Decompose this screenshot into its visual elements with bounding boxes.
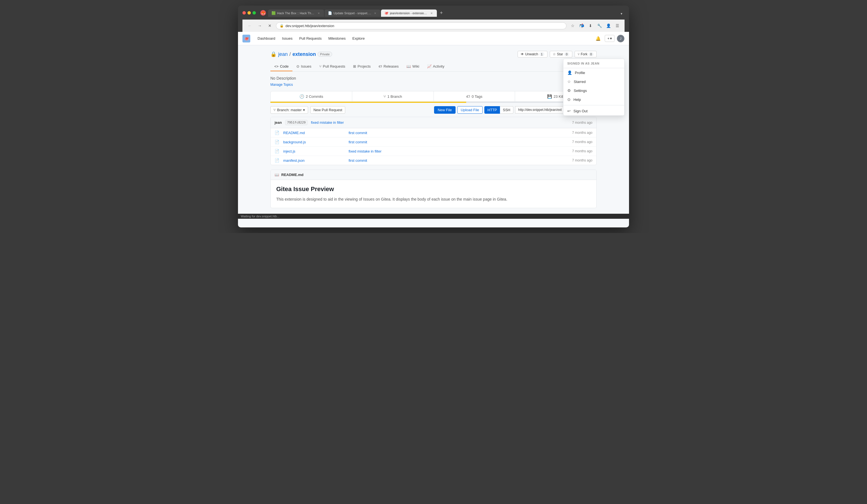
issues-icon: ⊙ [296,64,299,68]
create-button[interactable]: + ▾ [605,35,614,42]
repo-description: No Description [270,76,597,81]
nav-explore[interactable]: Explore [350,35,367,42]
starred-icon: ☆ [567,79,571,84]
file-time-background: 7 months ago [572,140,592,144]
profile-label: Profile [575,71,585,75]
tab-issues[interactable]: ⊙ Issues [292,62,315,71]
gitea-logo[interactable]: 🐙 [243,35,250,42]
tab-pull-requests[interactable]: ⑂ Pull Requests [315,62,349,71]
bookmark-button[interactable]: ☆ [569,22,577,30]
commits-icon: 🕐 [299,94,304,99]
tab-activity[interactable]: 📈 Activity [423,62,448,71]
tags-stat[interactable]: 🏷 0 Tags [434,92,515,101]
nav-dashboard[interactable]: Dashboard [255,35,278,42]
file-link-readme[interactable]: README.md [283,131,345,135]
unwatch-count: 1 [539,52,544,56]
more-button[interactable]: ☰ [613,22,621,30]
gitea-nav: Dashboard Issues Pull Requests Milestone… [255,35,589,42]
notification-button[interactable]: 🔔 [593,34,602,43]
eye-icon: 👁 [521,52,524,56]
upload-file-button[interactable]: Upload File [457,106,483,114]
forward-button[interactable]: → [256,22,264,30]
file-commit-inject[interactable]: fixed mistake in filter [349,149,568,153]
file-time-inject: 7 months ago [572,149,592,153]
maximize-window-button[interactable] [253,11,256,14]
star-button[interactable]: ☆ Star 0 [550,51,572,57]
tab-releases-label: Releases [384,64,399,68]
commit-message[interactable]: fixed mistake in filter [311,120,569,125]
browser-toolbar: ← → ✕ 🔒 dev.snippet.htb/jean/extension ☆… [243,20,624,32]
clone-type-selector: HTTP SSH [484,106,513,114]
dropdown-sign-out[interactable]: ↩ Sign Out [564,106,624,115]
releases-icon: 🏷 [378,64,382,68]
back-button[interactable]: ← [246,22,254,30]
repo-owner-link[interactable]: jean [278,51,288,57]
minimize-window-button[interactable] [247,11,251,14]
fork-icon: ⑂ [578,52,580,56]
tab-wiki[interactable]: 📖 Wiki [403,62,423,71]
ssh-clone-button[interactable]: SSH [500,106,513,114]
branches-stat[interactable]: ⑂ 1 Branch [352,92,434,101]
new-file-button[interactable]: New File [434,106,456,114]
code-icon: <> [274,64,278,68]
page-content: 🔒 jean / extension Private 👁 Unwatch 1 [266,45,601,214]
dropdown-help[interactable]: ⊙ Help [564,95,624,104]
tab-projects-label: Projects [357,64,371,68]
file-link-manifest[interactable]: manifest.json [283,158,345,163]
star-count: 0 [564,52,569,56]
file-link-inject[interactable]: inject.js [283,149,345,153]
snippet-tab-close[interactable]: ✕ [373,11,377,15]
file-link-background[interactable]: background.js [283,140,345,144]
pocket-button[interactable]: 📬 [578,22,586,30]
http-clone-button[interactable]: HTTP [484,106,500,114]
download-button[interactable]: ⬇ [587,22,595,30]
file-commit-readme[interactable]: first commit [349,131,568,135]
branches-icon: ⑂ [384,94,386,99]
file-commit-manifest[interactable]: first commit [349,158,568,163]
dropdown-starred[interactable]: ☆ Starred [564,77,624,86]
tab-hackthebox[interactable]: 🟩 Hack The Box :: Hack The Box ✕ [268,10,324,17]
reload-button[interactable]: ✕ [266,22,274,30]
dropdown-settings[interactable]: ⚙ Settings [564,86,624,95]
commit-info-header: jean 7951fc8229 fixed mistake in filter … [271,117,596,128]
tab-releases[interactable]: 🏷 Releases [375,62,403,71]
commits-stat[interactable]: 🕐 2 Commits [271,92,352,101]
tab-snippet[interactable]: 📄 Update Snippet - snippet.htb ✕ [324,10,381,17]
fork-button[interactable]: ⑂ Fork 0 [575,51,597,57]
dropdown-profile[interactable]: 👤 Profile [564,68,624,77]
tab-projects[interactable]: ⊞ Projects [349,62,375,71]
create-chevron-icon: ▾ [610,36,612,41]
tab-gitea-active[interactable]: 🐙 jean/extension - extension - Git... ✕ [381,10,437,17]
nav-issues[interactable]: Issues [279,35,296,42]
nav-milestones[interactable]: Milestones [325,35,348,42]
repo-actions: 👁 Unwatch 1 ☆ Star 0 ⑂ Fork 0 [517,51,597,57]
user-avatar[interactable]: J [617,35,624,42]
repo-name-link[interactable]: extension [292,51,316,57]
tab-code[interactable]: <> Code [270,62,292,71]
manage-topics-link[interactable]: Manage Topics [270,83,597,87]
close-window-button[interactable] [243,11,246,14]
branches-label: 1 Branch [387,94,402,99]
commit-author[interactable]: jean [275,120,282,125]
file-icon-inject: 📄 [275,149,279,153]
branch-selector[interactable]: ⑂ Branch: master ▾ [270,106,308,114]
commit-hash[interactable]: 7951fc8229 [285,120,308,125]
unwatch-button[interactable]: 👁 Unwatch 1 [517,51,547,57]
security-icon: 🔒 [280,24,284,28]
new-tab-button[interactable]: + [437,9,445,17]
plus-icon: + [607,36,609,41]
sync-button[interactable]: 👤 [604,22,612,30]
gitea-tab-title: jean/extension - extension - Git... [390,11,428,15]
hackthebox-tab-close[interactable]: ✕ [317,11,321,15]
new-pull-request-button[interactable]: New Pull Request [310,106,345,114]
file-table: jean 7951fc8229 fixed mistake in filter … [270,117,597,165]
hackthebox-favicon: 🟩 [271,11,275,15]
nav-pull-requests[interactable]: Pull Requests [296,35,324,42]
repo-lock-icon: 🔒 [270,51,277,57]
extensions-button[interactable]: 🔧 [596,22,603,30]
tab-dropdown-button[interactable]: ▾ [618,11,624,17]
gitea-tab-close[interactable]: ✕ [430,11,434,15]
address-bar[interactable]: 🔒 dev.snippet.htb/jean/extension [276,22,566,29]
settings-label: Settings [574,88,587,93]
file-commit-background[interactable]: first commit [349,140,568,144]
